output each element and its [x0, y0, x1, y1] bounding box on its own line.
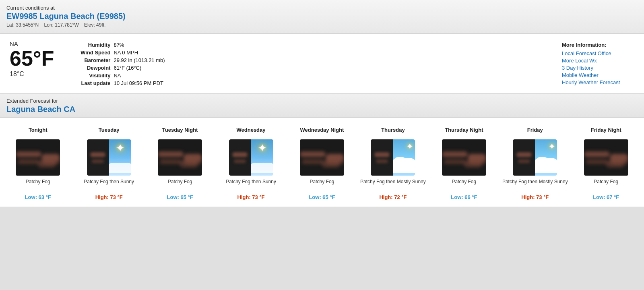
vis-value: NA [114, 72, 121, 79]
update-value: 10 Jul 09:56 PM PDT [114, 80, 163, 86]
temperature-section: NA 65°F 18°C [10, 40, 66, 78]
station-name: EW9985 Laguna Beach (E9985) [6, 12, 638, 21]
update-label: Last update [66, 80, 110, 86]
forecast-grid: Tonight Patchy FogLow: 63 °FTuesday ✦ [0, 118, 644, 207]
more-info: More Information: Local Forecast Office … [546, 40, 634, 87]
weather-icon [584, 139, 628, 176]
humidity-row: Humidity 87% [66, 42, 546, 48]
condition-text: Patchy Fog [452, 179, 476, 192]
day-name: Thursday [381, 123, 405, 136]
current-label: Current conditions at [6, 5, 638, 11]
link-mobile-weather[interactable]: Mobile Weather [562, 72, 634, 78]
day-name: Tuesday [99, 123, 120, 136]
day-name: Tuesday Night [162, 123, 198, 136]
forecast-day: Wednesday Night Patchy FogLow: 65 °F [287, 123, 357, 200]
weather-icon: ✦ [513, 139, 557, 176]
temp-fahrenheit: 65°F [10, 48, 54, 69]
weather-icon [158, 139, 202, 176]
day-name: Wednesday [237, 123, 266, 136]
baro-row: Barometer 29.92 in (1013.21 mb) [66, 57, 546, 63]
temp-reading: Low: 65 °F [167, 194, 193, 200]
baro-value: 29.92 in (1013.21 mb) [114, 57, 165, 63]
day-name: Friday [527, 123, 543, 136]
condition-text: Patchy Fog [310, 179, 334, 192]
temp-reading: High: 73 °F [521, 194, 549, 200]
day-name: Thursday Night [445, 123, 483, 136]
forecast-day: Friday ✦ Patchy Fog then Mostly SunnyHig… [500, 123, 570, 200]
condition-text: Patchy Fog then Sunny [226, 179, 276, 192]
wind-label: Wind Speed [66, 50, 110, 56]
elev: Elev: 49ft. [84, 22, 105, 28]
condition-text: Patchy Fog [26, 179, 50, 192]
humidity-value: 87% [114, 42, 124, 48]
current-conditions-header: Current conditions at EW9985 Laguna Beac… [0, 0, 644, 34]
dew-row: Dewpoint 61°F (16°C) [66, 65, 546, 71]
current-conditions-data: NA 65°F 18°C Humidity 87% Wind Speed NA … [0, 34, 644, 94]
condition-text: Patchy Fog then Mostly Sunny [502, 179, 568, 192]
weather-icon [442, 139, 486, 176]
forecast-day: Tuesday ✦ Patchy Fog then SunnyHigh: 73 … [74, 123, 143, 200]
forecast-location: Laguna Beach CA [6, 105, 638, 114]
temp-reading: Low: 66 °F [451, 194, 477, 200]
link-3day-history[interactable]: 3 Day History [562, 65, 634, 71]
condition-text: Patchy Fog then Mostly Sunny [360, 179, 426, 192]
weather-icon: ✦ [371, 139, 415, 176]
vis-row: Visibility NA [66, 72, 546, 79]
forecast-day: Wednesday ✦ Patchy Fog then SunnyHigh: 7… [216, 123, 285, 200]
station-coords: Lat: 33.5455°N Lon: 117.781°W Elev: 49ft… [6, 22, 638, 28]
forecast-day: Tonight Patchy FogLow: 63 °F [3, 123, 72, 200]
temp-celsius: 18°C [10, 70, 54, 78]
temp-reading: Low: 65 °F [309, 194, 335, 200]
temp-reading: High: 73 °F [237, 194, 265, 200]
forecast-day: Thursday Night Patchy FogLow: 66 °F [429, 123, 499, 200]
vis-label: Visibility [66, 72, 110, 79]
lon: Lon: 117.781°W [44, 22, 79, 28]
update-row: Last update 10 Jul 09:56 PM PDT [66, 80, 546, 86]
wind-row: Wind Speed NA 0 MPH [66, 50, 546, 56]
link-hourly-forecast[interactable]: Hourly Weather Forecast [562, 79, 634, 85]
forecast-day: Friday Night Patchy FogLow: 67 °F [572, 123, 641, 200]
day-name: Tonight [29, 123, 47, 136]
forecast-day: Tuesday Night Patchy FogLow: 65 °F [145, 123, 215, 200]
day-name: Wednesday Night [300, 123, 344, 136]
more-info-label: More Information: [562, 42, 634, 48]
link-local-forecast[interactable]: Local Forecast Office [562, 50, 634, 56]
temp-reading: High: 72 °F [379, 194, 407, 200]
forecast-label: Extended Forecast for [6, 98, 638, 104]
temp-reading: Low: 63 °F [25, 194, 51, 200]
condition-text: Patchy Fog then Sunny [84, 179, 134, 192]
condition-text: Patchy Fog [594, 179, 618, 192]
weather-details: Humidity 87% Wind Speed NA 0 MPH Baromet… [66, 40, 546, 86]
baro-label: Barometer [66, 57, 110, 63]
dew-value: 61°F (16°C) [114, 65, 141, 71]
link-more-local-wx[interactable]: More Local Wx [562, 58, 634, 64]
day-name: Friday Night [591, 123, 621, 136]
weather-icon [300, 139, 344, 176]
temp-reading: Low: 67 °F [593, 194, 619, 200]
weather-icon: ✦ [229, 139, 273, 176]
weather-icon: ✦ [87, 139, 131, 176]
weather-icon [16, 139, 60, 176]
dew-label: Dewpoint [66, 65, 110, 71]
lat: Lat: 33.5455°N [6, 22, 39, 28]
forecast-day: Thursday ✦ Patchy Fog then Mostly SunnyH… [358, 123, 427, 200]
wind-value: NA 0 MPH [114, 50, 138, 56]
temp-reading: High: 73 °F [95, 194, 123, 200]
condition-text: Patchy Fog [168, 179, 192, 192]
forecast-header: Extended Forecast for Laguna Beach CA [0, 94, 644, 118]
temp-na: NA [10, 40, 54, 47]
humidity-label: Humidity [66, 42, 110, 48]
